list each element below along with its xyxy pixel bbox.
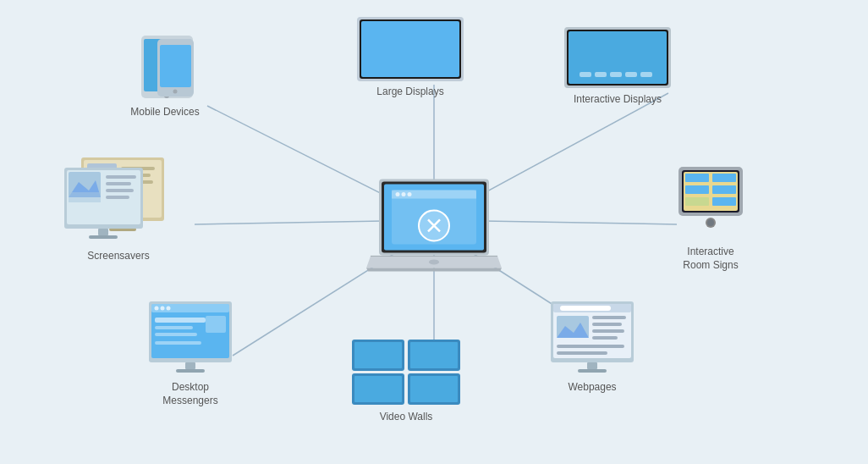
svg-rect-88 [592,336,618,340]
desktop-messengers-label: Desktop Messengers [162,381,217,407]
svg-rect-98 [685,185,709,194]
svg-rect-100 [685,197,709,206]
node-interactive-room-signs: Interactive Room Signs [677,165,744,272]
svg-rect-67 [155,341,201,345]
svg-rect-69 [185,362,195,369]
svg-rect-75 [354,342,402,368]
svg-rect-92 [578,369,607,373]
svg-rect-55 [106,196,129,199]
svg-rect-68 [206,316,226,333]
svg-rect-29 [610,72,622,77]
screensavers-label: Screensavers [87,250,149,263]
svg-rect-56 [98,229,108,235]
svg-rect-101 [712,197,736,206]
svg-rect-78 [410,376,458,402]
svg-rect-54 [106,189,134,192]
video-walls-label: Video Walls [380,411,433,424]
svg-point-63 [167,307,171,311]
svg-point-103 [707,219,714,226]
svg-rect-86 [592,323,622,326]
diagram-container: Large Displays Interactive Displays [0,0,868,464]
svg-point-61 [155,307,159,311]
svg-rect-51 [69,192,101,202]
svg-rect-89 [557,345,624,348]
svg-rect-30 [625,72,637,77]
svg-rect-66 [155,333,197,336]
svg-rect-87 [592,329,624,333]
node-interactive-displays: Interactive Displays [563,25,673,107]
svg-rect-97 [712,174,736,182]
svg-rect-96 [685,174,709,182]
node-video-walls: Video Walls [351,339,461,424]
svg-rect-85 [592,316,626,319]
svg-rect-53 [106,182,131,185]
webpages-label: Webpages [568,381,616,395]
interactive-displays-label: Interactive Displays [574,93,662,107]
svg-rect-31 [640,72,652,77]
svg-point-62 [161,307,165,311]
svg-rect-65 [155,326,193,329]
svg-point-20 [429,259,439,264]
svg-rect-36 [160,45,191,87]
svg-rect-77 [354,376,402,402]
svg-rect-99 [712,185,736,194]
svg-rect-76 [410,342,458,368]
svg-rect-52 [106,175,136,179]
node-webpages: Webpages [550,301,635,395]
svg-point-13 [396,192,400,196]
center-laptop [358,174,510,284]
svg-rect-28 [595,72,607,77]
svg-rect-91 [587,362,597,369]
svg-rect-70 [176,369,205,373]
mobile-devices-label: Mobile Devices [130,106,199,119]
svg-point-14 [402,192,406,196]
svg-rect-64 [155,318,206,323]
svg-point-15 [408,192,412,196]
svg-rect-27 [580,72,591,77]
interactive-room-signs-label: Interactive Room Signs [683,246,738,272]
svg-rect-82 [560,306,611,311]
svg-rect-23 [361,21,459,77]
node-desktop-messengers: Desktop Messengers [148,301,233,407]
node-screensavers: Screensavers [63,157,173,263]
node-large-displays: Large Displays [355,15,465,99]
svg-point-37 [173,90,178,94]
svg-rect-90 [557,351,607,355]
node-mobile-devices: Mobile Devices [127,34,203,119]
svg-rect-57 [89,235,118,239]
large-displays-label: Large Displays [376,86,443,99]
